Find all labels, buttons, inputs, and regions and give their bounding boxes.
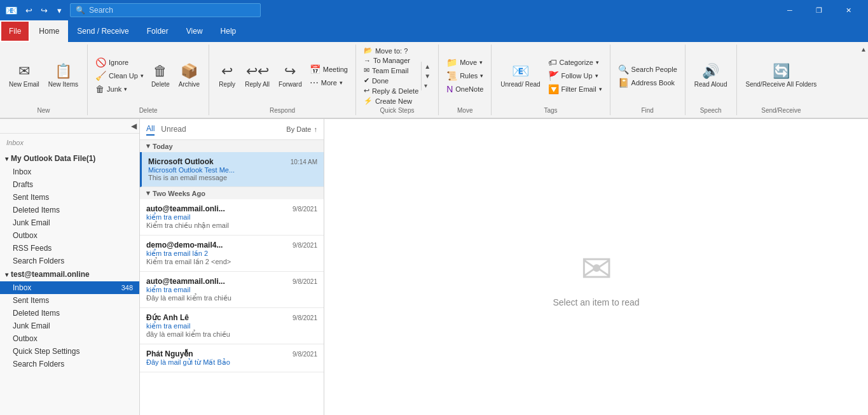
sidebar-item-sent-1[interactable]: Sent Items bbox=[0, 191, 139, 204]
undo-button[interactable]: ↩ bbox=[23, 6, 34, 15]
follow-up-dropdown-icon[interactable]: ▾ bbox=[595, 73, 598, 79]
search-box[interactable]: 🔍 Search bbox=[70, 3, 261, 17]
email-item-2[interactable]: auto@teammail.onli... 9/8/2021 kiểm tra … bbox=[140, 199, 324, 236]
cleanup-icon: 🧹 bbox=[95, 71, 106, 81]
unread-read-button[interactable]: 📧 Unread/ Read bbox=[497, 60, 544, 91]
junk-dropdown-icon[interactable]: ▾ bbox=[124, 86, 127, 92]
reply-all-button[interactable]: ↩↩ Reply All bbox=[241, 60, 273, 91]
archive-label: Archive bbox=[179, 81, 200, 88]
onenote-button[interactable]: N OneNote bbox=[444, 83, 486, 95]
sidebar-item-inbox-2[interactable]: Inbox 348 bbox=[0, 281, 139, 294]
tab-folder[interactable]: Folder bbox=[138, 20, 177, 42]
more-respond-button[interactable]: ⋯ More ▾ bbox=[307, 76, 350, 89]
account-header-1[interactable]: ▾ My Outlook Data File(1) bbox=[0, 151, 139, 165]
archive-button[interactable]: 📦 Archive bbox=[175, 60, 203, 91]
minimize-button[interactable]: ─ bbox=[775, 0, 804, 20]
ribbon-collapse[interactable]: ▲ bbox=[859, 45, 868, 115]
restore-button[interactable]: ❐ bbox=[804, 0, 834, 20]
junk-button[interactable]: 🗑 Junk ▾ bbox=[93, 83, 146, 95]
scroll-up-arrow[interactable]: ▲ bbox=[422, 62, 433, 71]
search-placeholder: Search bbox=[89, 6, 113, 15]
sort-options[interactable]: By Date ↑ bbox=[286, 125, 317, 133]
new-email-button[interactable]: ✉ New Email bbox=[5, 60, 43, 91]
sidebar-item-rss[interactable]: RSS Feeds bbox=[0, 242, 139, 255]
qs-create-new[interactable]: ⚡ Create New bbox=[361, 96, 421, 106]
account-header-2[interactable]: ▾ test@teammail.online bbox=[0, 267, 139, 281]
qat-dropdown[interactable]: ▾ bbox=[53, 6, 65, 15]
new-items-button[interactable]: 📋 New Items bbox=[45, 60, 82, 91]
search-people-button[interactable]: 🔍 Search People bbox=[616, 63, 680, 76]
sidebar-item-outbox-2[interactable]: Outbox bbox=[0, 332, 139, 345]
address-book-label: Address Book bbox=[631, 79, 675, 87]
sidebar-item-junk-2[interactable]: Junk Email bbox=[0, 320, 139, 332]
sidebar-item-deleted-1[interactable]: Deleted Items bbox=[0, 204, 139, 216]
categorize-button[interactable]: 🏷 Categorize ▾ bbox=[546, 56, 605, 69]
email-time-2: 9/8/2021 bbox=[293, 206, 317, 213]
no-item-text: Select an item to read bbox=[553, 297, 639, 307]
filter-email-button[interactable]: 🔽 Filter Email ▾ bbox=[546, 83, 605, 95]
new-email-label: New Email bbox=[9, 81, 39, 88]
find-group-content: 🔍 Search People 📔 Address Book bbox=[616, 46, 680, 106]
qs-move-to[interactable]: 📂 Move to: ? bbox=[361, 46, 421, 55]
follow-up-button[interactable]: 🚩 Follow Up ▾ bbox=[546, 69, 605, 82]
sidebar-item-search-2[interactable]: Search Folders bbox=[0, 358, 139, 370]
qs-to-manager[interactable]: → To Manager bbox=[361, 56, 421, 65]
section-header-today[interactable]: ▾ Today bbox=[140, 140, 324, 152]
clean-up-button[interactable]: 🧹 Clean Up ▾ bbox=[93, 69, 146, 82]
email-item-4[interactable]: auto@teammail.onli... 9/8/2021 kiểm tra … bbox=[140, 272, 324, 308]
meeting-button[interactable]: 📅 Meeting bbox=[307, 63, 350, 76]
read-aloud-label: Read Aloud bbox=[694, 81, 727, 88]
sidebar-item-inbox-1[interactable]: Inbox bbox=[0, 165, 139, 178]
tab-all[interactable]: All bbox=[146, 123, 155, 136]
tab-unread[interactable]: Unread bbox=[161, 123, 186, 135]
delete-icon: 🗑 bbox=[153, 63, 167, 80]
close-button[interactable]: ✕ bbox=[834, 0, 863, 20]
qs-reply-delete[interactable]: ↩ Reply & Delete bbox=[361, 86, 421, 95]
email-item-5[interactable]: Đức Anh Lê 9/8/2021 kiểm tra email đây l… bbox=[140, 308, 324, 344]
send-receive-all-button[interactable]: 🔄 Send/Receive All Folders bbox=[742, 60, 821, 91]
cleanup-dropdown-icon[interactable]: ▾ bbox=[141, 73, 144, 79]
sidebar-item-junk-1[interactable]: Junk Email bbox=[0, 216, 139, 229]
sidebar-item-drafts[interactable]: Drafts bbox=[0, 178, 139, 191]
email-item-1[interactable]: Microsoft Outlook 10:14 AM Microsoft Out… bbox=[140, 152, 324, 187]
sidebar-item-sent-2[interactable]: Sent Items bbox=[0, 294, 139, 307]
scroll-expand-arrow[interactable]: ▾ bbox=[422, 81, 433, 90]
redo-button[interactable]: ↪ bbox=[38, 6, 50, 15]
section-header-two-weeks[interactable]: ▾ Two Weeks Ago bbox=[140, 187, 324, 199]
forward-button[interactable]: ↪ Forward bbox=[275, 60, 306, 91]
search-people-label: Search People bbox=[631, 66, 677, 73]
delete-button[interactable]: 🗑 Delete bbox=[148, 60, 174, 91]
tab-send-receive[interactable]: Send / Receive bbox=[68, 20, 137, 42]
reply-button[interactable]: ↩ Reply bbox=[214, 60, 240, 91]
sort-icon: ↑ bbox=[314, 125, 318, 133]
email-item-6[interactable]: Phát Nguyễn 9/8/2021 Đây là mail gửi từ … bbox=[140, 344, 324, 372]
tab-home[interactable]: Home bbox=[30, 20, 68, 42]
scroll-down-arrow[interactable]: ▼ bbox=[422, 71, 433, 81]
sidebar-item-outbox-1[interactable]: Outbox bbox=[0, 229, 139, 242]
sort-label: By Date bbox=[286, 125, 311, 133]
sidebar-item-deleted-2[interactable]: Deleted Items bbox=[0, 307, 139, 320]
filter-email-dropdown-icon[interactable]: ▾ bbox=[599, 86, 602, 92]
ribbon-group-speech: 🔊 Read Aloud Speech bbox=[685, 45, 737, 115]
email-item-3[interactable]: demo@demo-mail4... 9/8/2021 kiểm tra ema… bbox=[140, 236, 324, 272]
address-book-button[interactable]: 📔 Address Book bbox=[616, 76, 680, 89]
rules-button[interactable]: 📜 Rules ▾ bbox=[444, 69, 486, 82]
tab-file[interactable]: File bbox=[0, 20, 30, 42]
move-button[interactable]: 📁 Move ▾ bbox=[444, 56, 486, 69]
reading-pane: ✉ Select an item to read bbox=[324, 119, 868, 415]
sidebar-item-quick-step-settings[interactable]: Quick Step Settings bbox=[0, 345, 139, 358]
ignore-button[interactable]: 🚫 Ignore bbox=[93, 56, 146, 69]
sidebar-item-search-1[interactable]: Search Folders bbox=[0, 255, 139, 267]
sidebar-collapse-btn[interactable]: ◀ bbox=[0, 119, 139, 134]
unread-read-icon: 📧 bbox=[512, 63, 529, 80]
more-dropdown-icon[interactable]: ▾ bbox=[340, 80, 343, 86]
qs-done[interactable]: ✔ Done bbox=[361, 76, 421, 85]
tab-view[interactable]: View bbox=[177, 20, 212, 42]
qs-team-email[interactable]: ✉ Team Email bbox=[361, 66, 421, 75]
move-dropdown-icon[interactable]: ▾ bbox=[479, 59, 483, 66]
read-aloud-button[interactable]: 🔊 Read Aloud bbox=[691, 60, 731, 91]
categorize-dropdown-icon[interactable]: ▾ bbox=[596, 59, 599, 66]
reply-delete-icon: ↩ bbox=[364, 87, 369, 95]
tab-help[interactable]: Help bbox=[212, 20, 245, 42]
rules-dropdown-icon[interactable]: ▾ bbox=[480, 73, 483, 79]
